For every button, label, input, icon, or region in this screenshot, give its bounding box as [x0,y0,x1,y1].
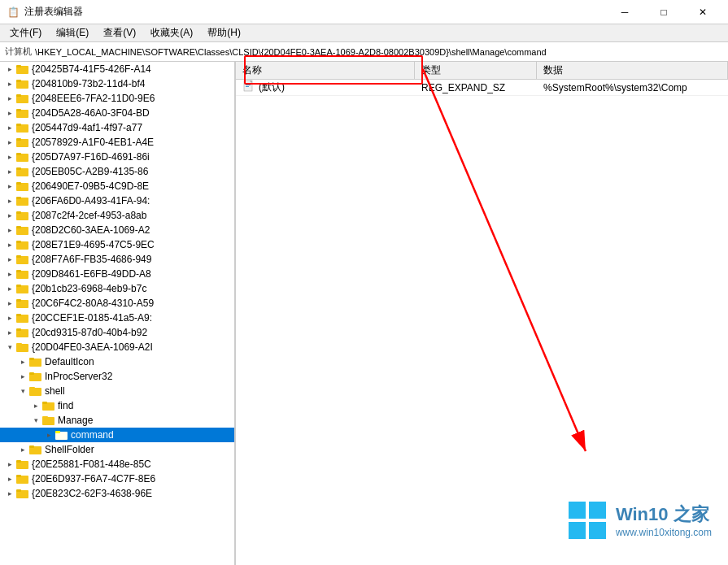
tree-item[interactable]: ▸{2087c2f4-2cef-4953-a8ab [0,208,234,223]
tree-item[interactable]: ▸{208F7A6F-FB35-4686-949 [0,252,234,267]
tree-item[interactable]: ▾{20D04FE0-3AEA-1069-A2I [0,340,234,354]
svg-rect-60 [16,475,21,477]
tree-item-label: {204810b9-73b2-11d4-bf4 [32,78,145,89]
column-header-data[interactable]: 数据 [537,62,728,79]
tree-item[interactable]: ▸{20E823C2-62F3-4638-96E [0,486,234,501]
tree-expand-icon[interactable]: ▾ [3,341,16,354]
menu-item[interactable]: 文件(F) [3,24,48,41]
tree-item[interactable]: ▸command [0,428,234,442]
tree-expand-icon[interactable]: ▸ [3,458,16,471]
tree-item[interactable]: ▸{205EB05C-A2B9-4135-86 [0,164,234,179]
tree-item[interactable]: ▸{209D8461-E6FB-49DD-A8 [0,267,234,281]
right-panel: 名称 类型 数据 (默认)REG_EXPAND_SZ%SystemRoot%\s… [236,62,728,565]
tree-expand-icon[interactable]: ▸ [3,165,16,178]
svg-rect-23 [16,226,21,228]
tree-expand-icon[interactable]: ▸ [3,487,16,500]
tree-expand-icon[interactable]: ▸ [3,267,16,280]
tree-expand-icon[interactable]: ▸ [3,224,16,237]
tree-expand-icon[interactable]: ▸ [3,121,16,134]
tree-expand-icon[interactable]: ▸ [3,282,16,295]
tree-item-label: {2048EEE6-7FA2-11D0-9E6 [32,93,155,104]
tree-expand-icon[interactable]: ▸ [3,238,16,251]
reg-name-text: (默认) [259,80,285,94]
folder-icon [16,78,29,89]
folder-icon [16,254,29,265]
tree-expand-icon[interactable]: ▸ [3,297,16,310]
tree-item[interactable]: ▸DefaultIcon [0,354,234,369]
menu-item[interactable]: 编辑(E) [50,24,95,41]
folder-icon [16,268,29,280]
tree-expand-icon[interactable]: ▸ [3,92,16,105]
close-button[interactable]: ✕ [684,0,721,24]
svg-rect-9 [16,124,21,126]
minimize-button[interactable]: ─ [606,0,643,24]
tree-expand-icon[interactable]: ▸ [3,311,16,324]
menu-item[interactable]: 收藏夹(A) [144,24,199,41]
tree-item[interactable]: ▸InProcServer32 [0,369,234,384]
column-header-type[interactable]: 类型 [415,62,537,79]
tree-item[interactable]: ▸find [0,398,234,413]
tree-item[interactable]: ▸{20E25881-F081-448e-85C [0,457,234,472]
tree-item-label: ShellFolder [45,444,94,455]
tree-expand-icon[interactable]: ▸ [29,399,42,412]
tree-expand-icon[interactable]: ▸ [42,428,55,441]
tree-expand-icon[interactable]: ▸ [16,370,29,383]
tree-item[interactable]: ▸{20cd9315-87d0-40b4-b92 [0,325,234,340]
folder-icon [16,459,29,470]
tree-item[interactable]: ▸{206490E7-09B5-4C9D-8E [0,179,234,193]
tree-expand-icon[interactable]: ▸ [3,472,16,485]
tree-item-label: {209D8461-E6FB-49DD-A8 [32,268,151,280]
column-header-name[interactable]: 名称 [236,62,415,79]
tree-expand-icon[interactable]: ▸ [3,209,16,222]
svg-rect-5 [16,94,21,97]
tree-item[interactable]: ▸{204810b9-73b2-11d4-bf4 [0,76,234,91]
tree-item[interactable]: ▸{20CCEF1E-0185-41a5-A9: [0,311,234,325]
tree-item[interactable]: ▸{20578929-A1F0-4EB1-A4E [0,135,234,150]
tree-expand-icon[interactable]: ▸ [16,355,29,368]
registry-row[interactable]: (默认)REG_EXPAND_SZ%SystemRoot%\system32\C… [236,80,728,96]
tree-expand-icon[interactable]: ▾ [29,414,42,427]
tree-expand-icon[interactable]: ▸ [3,253,16,266]
menu-bar: 文件(F)编辑(E)查看(V)收藏夹(A)帮助(H) [0,24,728,42]
tree-expand-icon[interactable]: ▸ [3,194,16,207]
tree-item[interactable]: ▸{205D7A97-F16D-4691-86i [0,150,234,164]
svg-rect-27 [16,255,21,258]
folder-icon [16,180,29,192]
tree-item[interactable]: ▸{20b1cb23-6968-4eb9-b7c [0,281,234,296]
tree-item[interactable]: ▸{20C6F4C2-80A8-4310-A59 [0,296,234,311]
tree-expand-icon[interactable]: ▸ [16,443,29,456]
maximize-button[interactable]: □ [645,0,682,24]
right-content[interactable]: (默认)REG_EXPAND_SZ%SystemRoot%\system32\C… [236,80,728,565]
tree-expand-icon[interactable]: ▸ [3,136,16,149]
svg-rect-25 [16,241,21,243]
tree-item[interactable]: ▸{205447d9-4af1-4f97-a77 [0,120,234,135]
tree-expand-icon[interactable]: ▸ [3,63,16,76]
tree-item[interactable]: ▸{206FA6D0-A493-41FA-94: [0,193,234,208]
tree-expand-icon[interactable]: ▸ [3,150,16,163]
tree-expand-icon[interactable]: ▸ [3,326,16,339]
folder-icon [16,63,29,75]
tree-expand-icon[interactable]: ▸ [3,106,16,120]
tree-panel[interactable]: ▸{20425B74-41F5-426F-A14▸{204810b9-73b2-… [0,62,236,565]
tree-item[interactable]: ▸{208D2C60-3AEA-1069-A2 [0,223,234,237]
menu-item[interactable]: 查看(V) [97,24,142,41]
tree-item-label: {205447d9-4af1-4f97-a77 [32,122,142,133]
tree-item[interactable]: ▸{20E6D937-F6A7-4C7F-8E6 [0,472,234,486]
tree-item[interactable]: ▸ShellFolder [0,442,234,457]
tree-expand-icon[interactable]: ▾ [16,385,29,398]
tree-expand-icon[interactable]: ▸ [3,180,16,193]
tree-item-label: {208D2C60-3AEA-1069-A2 [32,224,150,236]
tree-item[interactable]: ▸{208E71E9-4695-47C5-9EC [0,237,234,252]
tree-item-label: {20D04FE0-3AEA-1069-A2I [32,341,153,353]
tree-item[interactable]: ▸{20425B74-41F5-426F-A14 [0,62,234,76]
tree-item[interactable]: ▸{204D5A28-46A0-3F04-BD [0,106,234,120]
menu-item[interactable]: 帮助(H) [201,24,247,41]
tree-expand-icon[interactable]: ▸ [3,77,16,90]
svg-rect-62 [16,489,21,492]
tree-item[interactable]: ▾shell [0,384,234,398]
tree-item[interactable]: ▾Manage [0,413,234,428]
tree-item[interactable]: ▸{2048EEE6-7FA2-11D0-9E6 [0,91,234,106]
tree-item-label: {20425B74-41F5-426F-A14 [32,63,151,75]
svg-rect-72 [569,522,586,539]
watermark-url: www.win10xitong.com [616,527,712,538]
